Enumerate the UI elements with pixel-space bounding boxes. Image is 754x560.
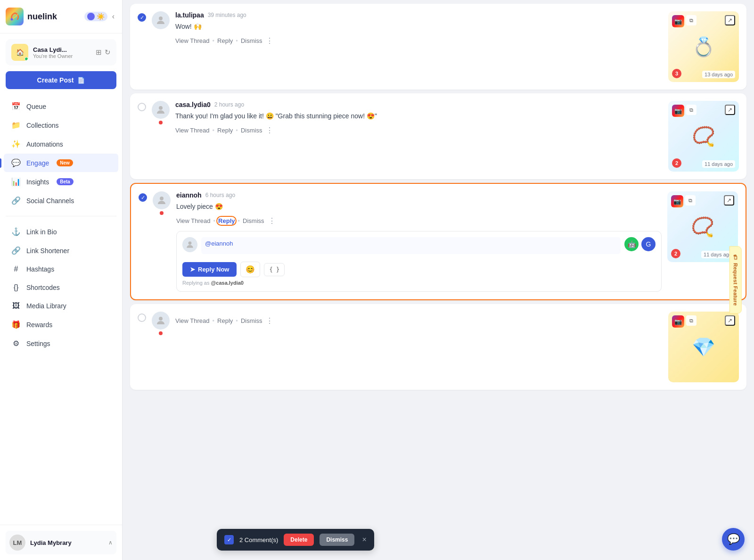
more-actions-2[interactable]: ⋮: [265, 126, 274, 135]
sidebar-item-insights[interactable]: 📊 Insights Beta: [4, 173, 118, 191]
view-thread-link-3[interactable]: View Thread: [176, 217, 211, 224]
reply-now-button[interactable]: ➤ Reply Now: [182, 262, 237, 277]
secondary-nav: ⚓ Link in Bio 🔗 Link Shortener # Hashtag…: [0, 220, 122, 355]
sidebar-item-collections[interactable]: 📁 Collections: [4, 116, 118, 134]
workspace-grid-button[interactable]: ⊞: [96, 48, 102, 57]
unread-indicator-3: [160, 211, 164, 215]
comment-checkbox-2[interactable]: [138, 103, 146, 111]
reply-mention[interactable]: @eiannoh: [201, 237, 621, 254]
workspace-card[interactable]: 🏠 Casa Lydi... You're the Owner ⊞ ↻: [6, 39, 116, 66]
toast-close-button[interactable]: ×: [362, 535, 366, 544]
commenter-name-1: la.tulipaa: [175, 11, 204, 19]
sidebar-item-settings[interactable]: ⚙ Settings: [4, 334, 118, 353]
instagram-icon-2: 📷: [672, 105, 684, 117]
sun-icon: ☀️: [97, 13, 105, 20]
theme-toggle[interactable]: ☀️: [84, 12, 107, 21]
online-indicator: [25, 57, 28, 61]
create-post-button[interactable]: Create Post 📄: [6, 71, 116, 89]
instagram-icon-3: 📷: [671, 195, 683, 207]
queue-icon: 📅: [11, 102, 21, 111]
commenter-avatar-3: [153, 191, 171, 209]
shortcode-button[interactable]: { }: [264, 263, 285, 276]
link-bio-icon: ⚓: [11, 227, 21, 236]
reply-link-4[interactable]: Reply: [217, 317, 233, 324]
workspace-info: Casa Lydi... You're the Owner: [33, 46, 91, 59]
workspace-refresh-button[interactable]: ↻: [105, 48, 111, 57]
shortcodes-icon: {}: [11, 283, 21, 292]
expand-post-button-2[interactable]: ↗: [725, 105, 735, 115]
ai-green-button[interactable]: 🤖: [624, 237, 639, 251]
ai-brand-button[interactable]: G: [641, 237, 656, 251]
collapse-sidebar-button[interactable]: ‹: [110, 10, 116, 23]
user-chevron-icon: ∧: [108, 539, 113, 546]
sidebar-item-social-channels[interactable]: 🔗 Social Channels: [4, 191, 118, 210]
replying-as-account: @casa.lydia0: [211, 280, 244, 286]
comment-body-3: eiannoh 6 hours ago Lovely piece 😍 View …: [176, 191, 662, 292]
sidebar-item-automations[interactable]: ✨ Automations: [4, 135, 118, 153]
svg-point-0: [11, 18, 13, 21]
dismiss-link-1[interactable]: Dismiss: [241, 37, 262, 44]
workspace-role: You're the Owner: [33, 53, 91, 59]
sidebar-item-shortcodes[interactable]: {} Shortcodes: [4, 279, 118, 296]
images-icon-3: ⧉: [685, 195, 696, 206]
collections-icon: 📁: [11, 121, 21, 130]
toast-dismiss-button[interactable]: Dismiss: [320, 534, 354, 546]
action-separator-2b: •: [236, 127, 238, 134]
nav-divider: [6, 216, 116, 216]
dismiss-link-3[interactable]: Dismiss: [243, 217, 264, 224]
action-separator-4a: •: [213, 317, 215, 324]
more-actions-4[interactable]: ⋮: [265, 316, 274, 325]
view-thread-link-1[interactable]: View Thread: [175, 37, 210, 44]
comment-count-badge-1: 3: [672, 69, 681, 78]
view-thread-link-2[interactable]: View Thread: [175, 127, 210, 134]
more-actions-1[interactable]: ⋮: [265, 36, 274, 45]
expand-post-button-4[interactable]: ↗: [725, 315, 735, 326]
primary-nav: 📅 Queue 📁 Collections ✨ Automations 💬 En…: [0, 95, 122, 212]
workspace-actions: ⊞ ↻: [96, 48, 111, 57]
chat-bubble-button[interactable]: 💬: [722, 528, 745, 551]
comment-actions-4: View Thread • Reply • Dismiss ⋮: [175, 316, 663, 325]
action-separator-2a: •: [213, 127, 215, 134]
sidebar-item-link-bio[interactable]: ⚓ Link in Bio: [4, 222, 118, 241]
dismiss-link-2[interactable]: Dismiss: [241, 127, 262, 134]
queue-label: Queue: [26, 103, 46, 110]
hashtags-label: Hashtags: [26, 265, 54, 273]
more-actions-3[interactable]: ⋮: [267, 216, 277, 225]
toast-count-label: 2 Comment(s): [239, 536, 278, 544]
comment-checkbox-3[interactable]: ✓: [139, 193, 147, 202]
user-card[interactable]: LM Lydia Mybrary ∧: [6, 531, 116, 554]
sidebar-item-media-library[interactable]: 🖼 Media Library: [4, 297, 118, 315]
engage-label: Engage: [26, 159, 49, 167]
expand-post-button-3[interactable]: ↗: [724, 195, 734, 206]
toast-delete-button[interactable]: Delete: [284, 534, 314, 546]
csv-icon: 📄: [77, 77, 85, 84]
avatar-area-1: [152, 11, 170, 82]
comment-checkbox-1[interactable]: ✓: [138, 13, 146, 22]
sidebar-item-rewards[interactable]: 🎁 Rewards: [4, 315, 118, 334]
reply-link-3[interactable]: Reply: [218, 217, 235, 224]
user-name: Lydia Mybrary: [30, 539, 104, 546]
post-thumbnail-1: 💍 📷 ⧉ ↗ 3 13 days ago: [668, 11, 739, 82]
expand-post-button-1[interactable]: ↗: [725, 15, 735, 25]
sidebar-item-link-shortener[interactable]: 🔗 Link Shortener: [4, 241, 118, 260]
action-separator-4b: •: [236, 317, 238, 324]
reply-link-2[interactable]: Reply: [217, 127, 233, 134]
toggle-dot: [87, 13, 95, 20]
sidebar-item-queue[interactable]: 📅 Queue: [4, 97, 118, 115]
comment-body-1: la.tulipaa 39 minutes ago Wow! 🙌 View Th…: [175, 11, 663, 82]
request-feature-tab[interactable]: 🏷 Request Feature: [729, 246, 741, 313]
send-icon: ➤: [190, 266, 195, 273]
view-thread-link-4[interactable]: View Thread: [175, 317, 210, 324]
toast-check-icon: ✓: [224, 535, 234, 544]
comment-checkbox-4[interactable]: [138, 313, 146, 322]
reply-link-1[interactable]: Reply: [217, 37, 233, 44]
sidebar-item-hashtags[interactable]: # Hashtags: [4, 260, 118, 278]
automations-label: Automations: [26, 140, 63, 148]
engage-icon: 💬: [11, 158, 21, 167]
svg-point-4: [188, 241, 192, 245]
action-separator-3a: •: [213, 217, 216, 224]
post-thumbnail-3: 📿 📷 ⧉ ↗ 2 11 days ago: [667, 191, 738, 262]
emoji-button[interactable]: 😊: [240, 262, 260, 277]
dismiss-link-4[interactable]: Dismiss: [241, 317, 262, 324]
sidebar-item-engage[interactable]: 💬 Engage New: [4, 154, 118, 172]
